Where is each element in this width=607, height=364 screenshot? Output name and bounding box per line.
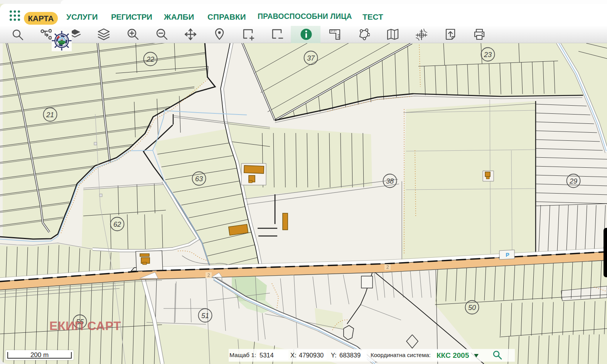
svg-text:P: P xyxy=(506,252,509,258)
svg-text:38: 38 xyxy=(386,177,394,185)
svg-text:21: 21 xyxy=(46,111,54,119)
svg-text:ЕКИП САРТ: ЕКИП САРТ xyxy=(49,319,121,333)
svg-text:2: 2 xyxy=(386,265,389,270)
svg-text:2: 2 xyxy=(207,273,210,278)
svg-text:23: 23 xyxy=(484,51,492,59)
svg-text:62: 62 xyxy=(113,221,121,228)
svg-text:63: 63 xyxy=(195,175,203,183)
svg-text:51: 51 xyxy=(201,312,209,320)
svg-text:37: 37 xyxy=(307,54,315,62)
svg-text:29: 29 xyxy=(569,177,577,185)
svg-text:50: 50 xyxy=(468,304,476,312)
svg-text:22: 22 xyxy=(146,56,154,63)
